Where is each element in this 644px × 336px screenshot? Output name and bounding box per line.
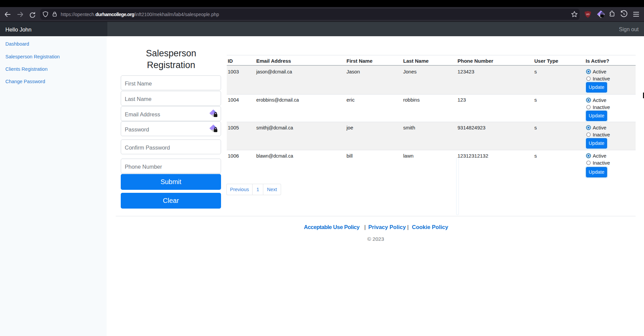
svg-text:UO: UO	[586, 13, 589, 15]
